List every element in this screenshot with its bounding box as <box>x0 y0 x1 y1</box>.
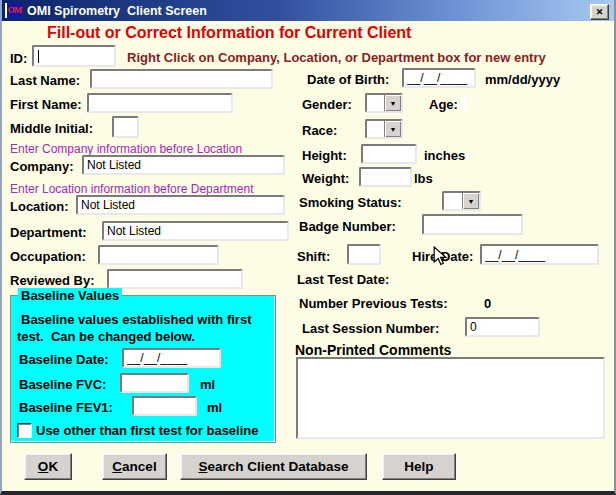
last-test-date-label: Last Test Date: <box>297 272 389 287</box>
height-input[interactable] <box>361 144 417 164</box>
occupation-input[interactable] <box>98 245 219 265</box>
company-input[interactable] <box>82 155 285 175</box>
gender-dropdown[interactable]: ▼ <box>365 93 403 113</box>
baseline-fev1-unit: ml <box>207 400 222 415</box>
baseline-date-label: Baseline Date: <box>19 352 109 367</box>
shift-input[interactable] <box>347 244 381 265</box>
last-session-label: Last Session Number: <box>302 321 439 336</box>
cancel-button-label: ancel <box>122 459 157 474</box>
baseline-fvc-label: Baseline FVC: <box>19 377 106 392</box>
window-title: OMI Spirometry Client Screen <box>27 4 207 18</box>
cancel-button[interactable]: Cancel <box>102 453 167 480</box>
baseline-fvc-unit: ml <box>200 377 215 392</box>
chevron-down-icon[interactable]: ▼ <box>384 121 401 137</box>
height-label: Height: <box>302 148 347 163</box>
chevron-down-icon[interactable]: ▼ <box>462 193 479 209</box>
ok-button[interactable]: OK <box>24 453 72 480</box>
ok-button-label: K <box>48 459 58 474</box>
reviewed-by-label: Reviewed By: <box>10 273 95 288</box>
weight-unit-label: lbs <box>414 171 433 186</box>
use-other-test-checkbox[interactable] <box>17 423 32 438</box>
dob-input[interactable] <box>402 68 476 88</box>
chevron-down-icon[interactable]: ▼ <box>384 95 401 111</box>
weight-input[interactable] <box>359 167 412 187</box>
last-name-input[interactable] <box>90 69 273 89</box>
last-session-input[interactable] <box>465 317 540 337</box>
ok-button-accesskey: O <box>38 459 49 474</box>
smoking-status-value <box>444 193 462 209</box>
occupation-label: Occupation: <box>10 249 86 264</box>
company-label: Company: <box>10 159 74 174</box>
gender-value <box>367 95 384 111</box>
prev-tests-label: Number Previous Tests: <box>299 296 448 311</box>
department-label: Department: <box>10 225 87 240</box>
help-button[interactable]: Help <box>382 453 456 480</box>
first-name-label: First Name: <box>10 97 82 112</box>
smoking-status-dropdown[interactable]: ▼ <box>442 191 481 211</box>
hire-date-label: Hire Date: <box>412 249 473 264</box>
location-hint: Enter Location information before Depart… <box>10 182 253 196</box>
location-input[interactable] <box>76 195 285 215</box>
baseline-fev1-label: Baseline FEV1: <box>19 400 113 415</box>
client-screen-dialog: OM OMI Spirometry Client Screen ✕ Fill-o… <box>0 0 616 495</box>
badge-number-input[interactable] <box>422 214 523 235</box>
race-label: Race: <box>302 123 337 138</box>
shift-label: Shift: <box>297 249 330 264</box>
reviewed-by-input[interactable] <box>107 269 243 289</box>
search-button-accesskey: S <box>198 459 207 474</box>
title-bar[interactable]: OM OMI Spirometry Client Screen ✕ <box>2 0 614 21</box>
department-input[interactable] <box>102 221 289 241</box>
comments-textarea[interactable] <box>296 357 605 439</box>
weight-label: Weight: <box>302 171 349 186</box>
baseline-fev1-input[interactable] <box>132 396 197 416</box>
id-label: ID: <box>10 51 27 66</box>
cancel-button-accesskey: C <box>112 459 122 474</box>
baseline-date-input[interactable] <box>122 348 221 368</box>
search-button-label: earch Client Database <box>207 459 348 474</box>
race-value <box>367 121 384 137</box>
baseline-values-title: Baseline Values <box>18 288 122 303</box>
location-label: Location: <box>10 199 69 214</box>
prev-tests-value: 0 <box>484 296 491 311</box>
baseline-fvc-input[interactable] <box>120 373 189 393</box>
search-client-database-button[interactable]: Search Client Database <box>180 453 367 480</box>
close-icon[interactable]: ✕ <box>590 4 609 20</box>
badge-number-label: Badge Number: <box>299 219 396 234</box>
hire-date-input[interactable] <box>480 244 599 265</box>
company-hint: Enter Company information before Locatio… <box>10 142 242 156</box>
dob-format-label: mm/dd/yyyy <box>485 72 560 87</box>
right-click-hint: Right Click on Company, Location, or Dep… <box>127 50 546 65</box>
baseline-values-group: Baseline Values Baseline values establis… <box>10 295 276 443</box>
comments-label: Non-Printed Comments <box>295 342 451 358</box>
dob-label: Date of Birth: <box>307 72 389 87</box>
middle-initial-input[interactable] <box>112 116 139 138</box>
text-caret <box>38 50 39 63</box>
omi-app-icon: OM <box>5 3 22 18</box>
age-value <box>461 95 467 110</box>
last-name-label: Last Name: <box>10 73 80 88</box>
first-name-input[interactable] <box>87 93 233 113</box>
gender-label: Gender: <box>302 97 352 112</box>
race-dropdown[interactable]: ▼ <box>365 119 403 139</box>
baseline-description-line1: Baseline values established with first <box>21 312 251 327</box>
age-label: Age: <box>429 97 458 112</box>
use-other-test-label: Use other than first test for baseline <box>36 423 259 438</box>
height-unit-label: inches <box>424 148 465 163</box>
id-input[interactable] <box>32 45 116 67</box>
page-title: Fill-out or Correct Information for Curr… <box>47 24 411 42</box>
middle-initial-label: Middle Initial: <box>10 121 93 136</box>
help-button-label: Help <box>404 459 433 474</box>
baseline-description-line2: test. Can be changed below. <box>17 329 195 344</box>
smoking-status-label: Smoking Status: <box>299 195 402 210</box>
